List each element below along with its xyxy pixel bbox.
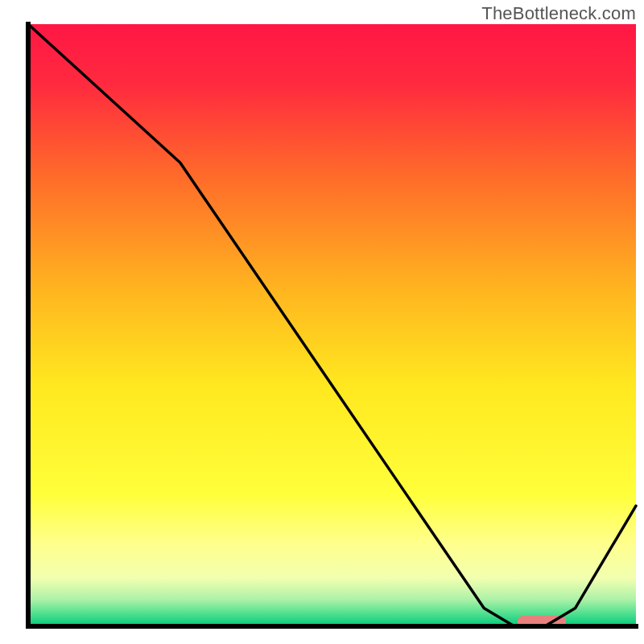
plot-background: [28, 24, 636, 626]
watermark-text: TheBottleneck.com: [481, 3, 636, 24]
bottleneck-chart: [0, 0, 644, 644]
chart-container: TheBottleneck.com: [0, 0, 644, 644]
